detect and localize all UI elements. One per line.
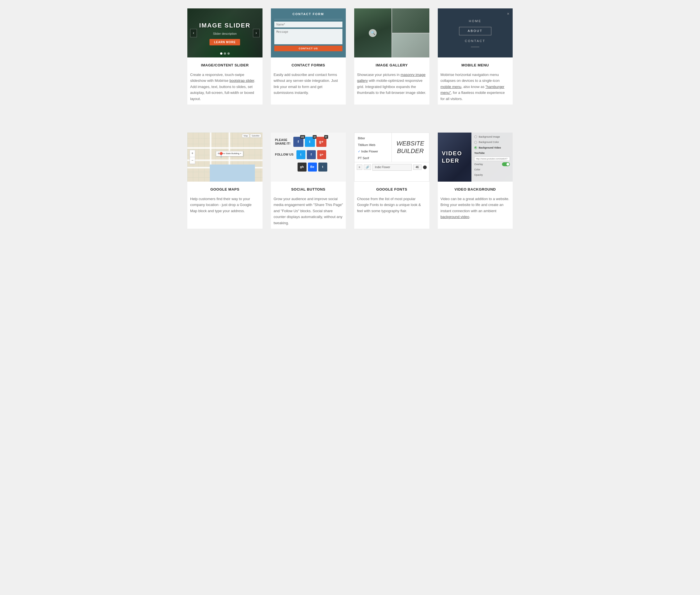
social-extra-icons: gh Be t <box>275 163 342 172</box>
mobile-menu-item-about[interactable]: ABOUT <box>459 27 491 35</box>
feature-card-social: PLEASESHARE IT! f 102 t 19 g+ 47 <box>271 133 346 229</box>
map-btn-satellite[interactable]: Satellite <box>250 134 261 138</box>
youtube-url-input[interactable] <box>474 157 510 161</box>
map-btn-map[interactable]: Map <box>242 134 249 138</box>
tumblr-follow-button[interactable]: t <box>318 163 327 172</box>
social-preview: PLEASESHARE IT! f 102 t 19 g+ 47 <box>271 133 346 181</box>
radio-bg-video[interactable] <box>474 146 477 149</box>
slider-link1[interactable]: bootstrap slider <box>230 79 254 83</box>
contact-title: CONTACT FORMS <box>274 62 343 68</box>
slider-title: IMAGE/CONTENT SLIDER <box>190 62 260 68</box>
feature-card-contact-forms: CONTACT FORM CONTACT US CONTACT FORMS Ea… <box>271 8 346 105</box>
toggle-knob <box>507 163 509 166</box>
video-link1[interactable]: background video <box>440 215 469 219</box>
facebook-share-button[interactable]: f 102 <box>293 137 303 147</box>
radio-bg-image[interactable] <box>474 135 477 138</box>
behance-follow-button[interactable]: Be <box>308 163 317 172</box>
mobile-menu-preview: × HOME ABOUT CONTACT <box>438 8 513 57</box>
maps-preview: Empire State Building × 📍 Map Satellite … <box>187 133 263 181</box>
contact-preview: CONTACT FORM CONTACT US <box>271 8 346 57</box>
font-size-input[interactable] <box>413 165 422 170</box>
slider-next-button[interactable]: › <box>253 29 260 37</box>
mobile-desc-text2: , also know as <box>461 85 485 89</box>
slider-prev-button[interactable]: ‹ <box>190 29 197 37</box>
gallery-cell-main: 🔍 <box>354 8 392 57</box>
video-options-panel: Background Image Background Color Backgr… <box>472 133 513 181</box>
youtube-label: YouTube <box>474 151 510 155</box>
fonts-list: Bitter Titillium Web Indie Flower PT Ser… <box>354 133 392 162</box>
gallery-sub1-bg <box>392 8 429 33</box>
video-desc: Video can be a great addition to a websi… <box>440 196 510 220</box>
radio-bg-color[interactable] <box>474 141 477 144</box>
map-zoom-in[interactable]: + <box>190 150 195 157</box>
mobile-menu-item-contact[interactable]: CONTACT <box>465 39 485 44</box>
mobile-menu-title: MOBILE MENU <box>440 62 510 68</box>
twitter-follow-button[interactable]: t <box>296 150 305 159</box>
mobile-menu-divider <box>471 47 479 47</box>
social-content: SOCIAL BUTTONS Grow your audience and im… <box>271 181 346 229</box>
overlay-toggle-row: Overlay <box>474 162 510 166</box>
dot-3[interactable] <box>227 52 230 55</box>
feature-card-gallery: 🔍 IMAGE GALLERY Showcase your pictures i… <box>354 8 429 105</box>
github-follow-button[interactable]: gh <box>298 163 306 172</box>
video-content: VIDEO BACKGROUND Video can be a great ad… <box>438 181 513 223</box>
opacity-label: Opacity <box>474 173 483 177</box>
fonts-preview-area: WEBSITEBUILDER <box>392 133 429 162</box>
twitter-icon: t <box>309 139 310 145</box>
dot-2[interactable] <box>224 52 226 55</box>
video-preview: VIDEOLDER Background Image Background Co… <box>438 133 513 181</box>
map-zoom-out[interactable]: − <box>190 157 195 164</box>
font-align-button[interactable]: ≡ <box>357 165 362 170</box>
feature-card-maps: Empire State Building × 📍 Map Satellite … <box>187 133 263 229</box>
googleplus-count: 47 <box>324 135 328 139</box>
googleplus-share-button[interactable]: g+ 47 <box>316 137 326 147</box>
social-share-icons: f 102 t 19 g+ 47 <box>293 137 326 147</box>
video-option-bg-color: Background Color <box>474 140 510 144</box>
overlay-toggle[interactable] <box>502 162 510 166</box>
option-label-bg-color: Background Color <box>479 140 499 144</box>
social-share-row: PLEASESHARE IT! f 102 t 19 g+ 47 <box>275 137 342 147</box>
fonts-preview-text: WEBSITEBUILDER <box>397 140 424 155</box>
color-row: Color <box>474 168 510 172</box>
map-zoom-controls: + − <box>190 150 195 164</box>
maps-content: GOOGLE MAPS Help customers find their wa… <box>187 181 263 217</box>
font-link-button[interactable]: 🔗 <box>364 165 371 170</box>
contact-submit-button[interactable]: CONTACT US <box>274 46 343 51</box>
slider-desc: Create a responsive, touch-swipe slidesh… <box>190 72 260 102</box>
mobile-menu-close-icon[interactable]: × <box>507 11 509 17</box>
map-water <box>210 165 255 181</box>
slider-learn-more-button[interactable]: LEARN MORE <box>210 39 240 46</box>
slider-description: Slider description <box>213 31 237 36</box>
follow-text: FOLLOW US <box>275 152 294 157</box>
gallery-desc-text1: Showcase your pictures in <box>357 73 401 77</box>
mobile-link1[interactable]: mobile menu <box>440 85 461 89</box>
font-item-indie[interactable]: Indie Flower <box>354 148 392 155</box>
radio-dot-active <box>475 147 476 148</box>
gallery-main-bg: 🔍 <box>354 8 392 57</box>
features-row-1: ‹ IMAGE SLIDER Slider description LEARN … <box>187 8 513 105</box>
slider-preview: ‹ IMAGE SLIDER Slider description LEARN … <box>187 8 263 57</box>
fonts-top: Bitter Titillium Web Indie Flower PT Ser… <box>354 133 429 162</box>
contact-message-input[interactable] <box>274 29 343 44</box>
fonts-toolbar: ≡ 🔗 Indie Flower <box>354 162 429 172</box>
facebook-follow-button[interactable]: f <box>307 150 316 159</box>
facebook-count: 102 <box>300 135 305 139</box>
video-desc-text2: . <box>469 215 470 219</box>
googleplus-follow-button[interactable]: g+ <box>317 150 326 159</box>
font-color-picker[interactable] <box>423 165 427 169</box>
maps-desc: Help customers find their way to your co… <box>190 196 260 214</box>
font-item-ptserif[interactable]: PT Serif <box>354 155 392 162</box>
feature-card-image-slider: ‹ IMAGE SLIDER Slider description LEARN … <box>187 8 263 105</box>
contact-name-input[interactable] <box>274 22 343 27</box>
font-item-bitter[interactable]: Bitter <box>354 135 392 142</box>
map-controls: Map Satellite <box>242 134 261 138</box>
mobile-menu-content: MOBILE MENU Mobirise horizontal navigati… <box>438 57 513 105</box>
map-bg: Empire State Building × 📍 Map Satellite … <box>187 133 263 181</box>
dot-1[interactable] <box>220 52 222 55</box>
mobile-menu-item-home[interactable]: HOME <box>469 19 482 24</box>
twitter-share-button[interactable]: t 19 <box>305 137 315 147</box>
fonts-desc: Choose from the list of most popular Goo… <box>357 196 427 214</box>
font-item-titillium[interactable]: Titillium Web <box>354 142 392 148</box>
facebook-icon: f <box>298 139 299 145</box>
video-option-bg-image: Background Image <box>474 135 510 139</box>
